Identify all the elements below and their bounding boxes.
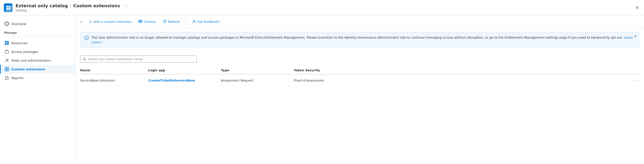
svg-rect-6 xyxy=(5,43,6,45)
column-header-type: Type xyxy=(221,68,294,72)
search-area xyxy=(75,52,644,65)
banner-close-button[interactable]: ✕ xyxy=(634,34,637,38)
search-input[interactable] xyxy=(88,57,194,61)
svg-rect-4 xyxy=(5,41,6,43)
sidebar-item-roles-and-administrators[interactable]: Roles and administrators xyxy=(0,56,75,65)
toolbar-divider xyxy=(186,19,186,25)
svg-rect-10 xyxy=(5,67,6,69)
banner-text: The User Administrator role is no longer… xyxy=(92,35,635,45)
sidebar-item-resources[interactable]: Resources xyxy=(0,39,75,47)
column-icon xyxy=(138,19,142,24)
row-actions: ··· xyxy=(624,77,639,83)
sidebar-item-custom-extensions[interactable]: Custom extensions xyxy=(0,65,75,73)
table-area: Name Logic app Type Token Security Servi… xyxy=(75,65,644,88)
svg-rect-7 xyxy=(7,43,9,45)
svg-point-19 xyxy=(86,37,87,37)
feedback-button[interactable]: Got feedback? xyxy=(189,18,223,25)
refresh-icon xyxy=(163,19,166,24)
sidebar-item-reports[interactable]: Reports xyxy=(0,73,75,82)
svg-rect-1 xyxy=(8,5,10,7)
overview-icon: i xyxy=(4,21,9,26)
search-icon xyxy=(83,57,86,61)
row-type: Assignment Request xyxy=(221,79,294,82)
info-banner: The User Administrator role is no longer… xyxy=(80,32,639,48)
sidebar-overview-label: Overview xyxy=(12,22,26,26)
column-header-token-security: Token Security xyxy=(294,68,624,72)
sidebar-collapse-button[interactable]: « xyxy=(80,20,82,24)
svg-rect-2 xyxy=(6,8,8,9)
svg-rect-16 xyxy=(141,20,142,22)
column-header-actions xyxy=(624,68,639,72)
roles-icon xyxy=(4,58,9,63)
custom-extensions-icon xyxy=(4,67,9,71)
add-custom-extension-button[interactable]: + Add a custom extension xyxy=(86,18,134,25)
refresh-label: Refresh xyxy=(168,20,180,23)
row-name: ServiceNow Extension xyxy=(80,79,148,82)
search-box xyxy=(80,56,197,63)
column-label: Column xyxy=(144,20,156,23)
sidebar-item-access-packages-label: Access packages xyxy=(12,50,38,54)
logic-app-link[interactable]: CreateTicketInServiceNow xyxy=(148,79,195,82)
manage-section-label: Manage xyxy=(0,28,75,35)
svg-point-8 xyxy=(6,59,8,60)
header-more-icon[interactable]: ··· xyxy=(124,3,130,8)
add-icon: + xyxy=(89,19,92,24)
sidebar-item-access-packages[interactable]: Access packages xyxy=(0,47,75,56)
feedback-icon xyxy=(192,19,196,24)
table-header: Name Logic app Type Token Security xyxy=(80,66,639,74)
add-custom-extension-label: Add a custom extension xyxy=(94,20,132,23)
sidebar: i Overview Manage Resources Ac xyxy=(0,15,75,164)
svg-rect-3 xyxy=(8,8,10,9)
column-header-name: Name xyxy=(80,68,148,72)
header-title-group: External only catalog | Custom extension… xyxy=(16,3,130,12)
resources-icon xyxy=(4,41,9,45)
svg-rect-5 xyxy=(7,41,9,43)
sidebar-item-roles-label: Roles and administrators xyxy=(12,59,51,62)
sidebar-divider xyxy=(4,36,71,37)
sidebar-item-reports-label: Reports xyxy=(12,76,24,80)
svg-rect-12 xyxy=(5,69,6,71)
header-subtitle: Catalog xyxy=(16,9,130,12)
row-logic-app: CreateTicketInServiceNow xyxy=(148,79,221,82)
reports-icon xyxy=(4,76,9,80)
toolbar: « + Add a custom extension Column xyxy=(75,15,644,28)
feedback-label: Got feedback? xyxy=(197,20,220,23)
info-icon xyxy=(84,36,89,41)
svg-rect-0 xyxy=(6,5,8,7)
catalog-name: External only catalog xyxy=(16,3,68,8)
svg-rect-15 xyxy=(140,20,141,22)
access-packages-icon xyxy=(4,49,9,54)
svg-rect-14 xyxy=(139,20,140,22)
svg-rect-13 xyxy=(7,69,9,71)
column-header-logic-app: Logic app xyxy=(148,68,221,72)
row-more-button[interactable]: ··· xyxy=(631,77,639,83)
title-separator: | xyxy=(70,3,71,8)
column-button[interactable]: Column xyxy=(136,18,159,25)
content-area: « + Add a custom extension Column xyxy=(75,15,644,164)
header: External only catalog | Custom extension… xyxy=(0,0,644,15)
table-row: ServiceNow Extension CreateTicketInServi… xyxy=(80,74,639,86)
svg-rect-11 xyxy=(7,67,9,69)
close-button[interactable]: ✕ xyxy=(634,4,640,11)
refresh-button[interactable]: Refresh xyxy=(160,18,183,25)
sidebar-item-resources-label: Resources xyxy=(12,41,28,45)
page-name: Custom extensions xyxy=(73,3,120,8)
app-icon xyxy=(4,3,13,12)
row-token-security: Proof-of-possession xyxy=(294,79,624,82)
sidebar-item-custom-extensions-label: Custom extensions xyxy=(12,67,45,71)
sidebar-item-overview[interactable]: i Overview xyxy=(0,19,75,28)
